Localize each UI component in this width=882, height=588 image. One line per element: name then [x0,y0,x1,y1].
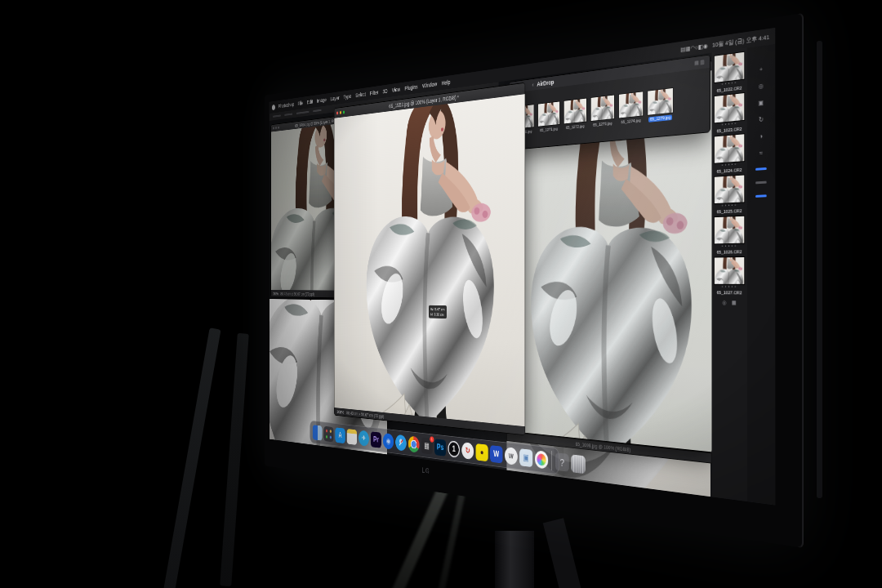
model-heart-photo [591,95,614,120]
siri-icon[interactable]: ◉ [703,42,708,50]
telegram-dock-icon[interactable]: ✈ [359,430,369,446]
menu-item[interactable]: 3D [382,88,387,95]
model-heart-photo [715,216,745,244]
mask-tool-icon[interactable]: ◑ [760,133,763,140]
filename-label: 65_1027.CR2 [717,290,742,296]
badged-app-dock-icon[interactable]: ▦ 1 [421,437,433,454]
menu-item[interactable]: Type [343,93,351,100]
photos-dock-icon[interactable] [535,450,548,469]
blue-app-dock-icon[interactable]: ◉ [383,433,394,450]
menu-item[interactable]: Edit [307,99,313,105]
photoshop-document-window-center: 65_1552.jpg @ 100% (Layer 1, RGB/8) * W:… [334,82,525,435]
photo-thumbnail [618,91,644,118]
filmstrip-item[interactable]: • • • • • 65_1024.CR2 [714,133,745,174]
crop-tool-icon[interactable]: ▣ [759,100,764,106]
menu-item[interactable]: Photoshop [278,101,294,109]
menu-item[interactable]: Plugins [405,83,418,91]
model-heart-photo [715,176,745,204]
menu-item[interactable]: Help [442,78,451,86]
photo-thumbnail [564,98,587,125]
launchpad-dock-icon[interactable] [323,425,333,442]
premiere-pro-dock-icon[interactable]: Pr [371,431,381,448]
model-heart-photo [715,52,745,82]
back-chevron-icon[interactable]: ‹ [532,81,534,88]
notes-dock-icon[interactable] [347,429,357,445]
filmstrip-item[interactable]: • • • • • 65_1022.CR2 [714,51,745,94]
zoom-level[interactable]: 50% [273,292,278,296]
menu-item[interactable]: Window [422,81,437,89]
stand-leg [543,518,582,588]
app-store-dock-icon[interactable]: A [335,427,345,443]
menu-item[interactable]: View [392,86,400,93]
photo-thumbnail [714,256,745,285]
safari-dock-icon[interactable] [395,434,406,451]
filename-label: 65_1024.CR2 [717,167,742,174]
w-app-dock-icon[interactable]: W [490,445,502,463]
app-glyph: ◉ [386,436,391,445]
model-heart-photo [715,93,745,122]
filmstrip-list: • • • • • 65_1022.CR2 • • • • • 65_1023.… [714,51,745,296]
sync-app-dock-icon[interactable]: ↻ [461,442,474,460]
grid-view-icon[interactable]: ▦ [732,300,737,306]
finder-thumbnail[interactable]: 65_1274.jpg [618,91,644,125]
filmstrip-item[interactable]: • • • • • 65_1023.CR2 [714,92,745,134]
zoom-level[interactable]: 100% [336,409,344,414]
zoom-tool-icon[interactable]: ◎ [759,83,764,90]
finder-thumbnail[interactable]: 65_1273.jpg [590,94,615,127]
notification-badge: 1 [430,436,434,443]
macos-desktop: PhotoshopFileEditImageLayerTypeSelectFil… [270,28,776,505]
rotate-tool-icon[interactable]: ↻ [759,117,764,123]
finder-thumbnail[interactable]: 65_1271.jpg [537,100,560,133]
filmstrip-item[interactable]: • • • • • 65_1026.CR2 [714,216,745,255]
finder-dock-icon[interactable] [313,425,323,440]
close-button[interactable] [336,111,338,114]
traffic-lights[interactable] [336,110,345,114]
photo-thumbnail [714,216,745,245]
slider[interactable] [755,181,767,185]
app-glyph: ? [559,456,564,468]
photo-thumbnail [714,51,745,83]
menu-item[interactable]: Layer [331,95,340,102]
menu-item[interactable]: Filter [370,89,378,96]
capture-one-dock-icon[interactable]: 1 [448,440,460,458]
rating-dots[interactable]: • • • • • [722,204,737,208]
model-heart-photo [538,101,559,126]
minimize-button[interactable] [340,111,341,114]
model-heart-photo [619,91,643,118]
preview-app-dock-icon[interactable]: ▣ [519,448,532,467]
rating-dots[interactable]: • • • • • [722,245,737,249]
menu-item[interactable]: Select [355,91,366,98]
w-circle-dock-icon[interactable]: w [505,447,518,466]
monitor-stand-pole [495,531,534,588]
kakaotalk-dock-icon[interactable]: ● [476,443,488,461]
photo-thumbnail [714,175,745,205]
menu-item[interactable]: File [298,100,304,106]
filmstrip-item[interactable]: • • • • • 65_1025.CR2 [714,175,745,215]
capture-tools-column: +◎▣↻◑≈ [747,44,776,506]
control-center-icon[interactable]: ◧ [698,43,703,51]
dock-separator[interactable] [551,451,552,470]
trash-dock-icon[interactable] [571,454,585,474]
finder-thumbnail[interactable]: 65_1272.jpg [564,98,587,131]
filmstrip-item[interactable]: • • • • • 65_1027.CR2 [714,256,745,295]
missing-app-dock-icon[interactable]: ? [555,452,569,472]
slider-accent[interactable] [755,194,767,198]
photo-thumbnail [590,94,615,121]
apple-menu-icon[interactable] [272,105,275,110]
view-toggle-icons[interactable]: ▤ ▥ [694,59,704,66]
finder-thumbnail[interactable]: 65_1279.jpg [648,87,674,122]
zoom-button[interactable] [343,110,345,114]
slider-accent[interactable] [755,167,767,171]
move-tool-icon[interactable]: + [760,66,763,73]
zoom-control-icon[interactable]: ◎ [722,299,726,305]
curves-tool-icon[interactable]: ≈ [760,150,763,157]
app-glyph: 1 [452,444,456,454]
capture-filmstrip-panel: • • • • • 65_1022.CR2 • • • • • 65_1023.… [712,48,747,501]
photoshop-dock-icon[interactable]: Ps [434,439,446,457]
measure-height: H: 3.20 cm [430,312,444,318]
app-glyph: W [493,449,499,459]
menu-item[interactable]: Image [317,96,327,104]
rating-dots[interactable]: • • • • • [722,286,737,289]
document-dimensions: 88.43 cm x 56.67 cm (72 ppi) [280,292,314,296]
chrome-dock-icon[interactable] [408,435,420,452]
